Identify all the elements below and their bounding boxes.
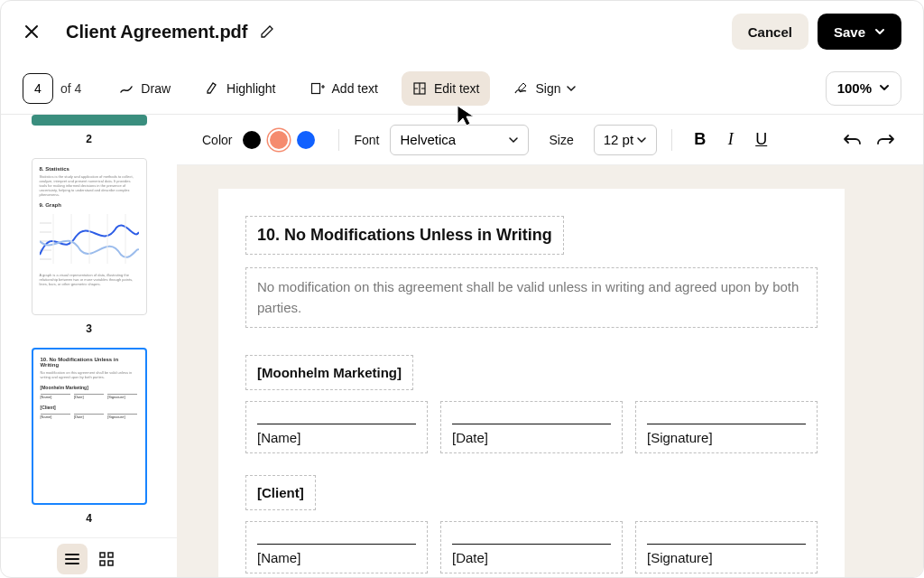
sign-icon — [513, 81, 528, 96]
cancel-button[interactable]: Cancel — [732, 14, 808, 50]
svg-rect-4 — [100, 561, 105, 565]
bold-button[interactable]: B — [687, 126, 714, 154]
highlight-icon — [205, 81, 219, 96]
thumbnail-label-2: 2 — [86, 133, 92, 145]
svg-rect-0 — [311, 83, 319, 93]
draw-icon — [119, 81, 134, 96]
font-label: Font — [354, 133, 379, 147]
svg-rect-5 — [108, 561, 113, 565]
size-label: Size — [549, 133, 573, 147]
text-box-party1[interactable]: [Moonhelm Marketing] — [245, 355, 413, 390]
thumbnail-page-2-partial[interactable] — [32, 115, 147, 126]
field-date[interactable]: [Date] — [440, 401, 623, 453]
save-button-label: Save — [834, 24, 865, 40]
sign-button[interactable]: Sign — [503, 71, 586, 106]
text-box-heading[interactable]: 10. No Modifications Unless in Writing — [245, 216, 564, 255]
chevron-down-icon — [508, 135, 519, 145]
current-page-input[interactable]: 4 — [23, 73, 53, 104]
thumbnail-page-4[interactable]: 10. No Modifications Unless in Writing N… — [32, 348, 147, 505]
field-signature[interactable]: [Signature] — [635, 521, 818, 573]
size-select[interactable]: 12 pt — [594, 125, 657, 155]
text-box-paragraph[interactable]: No modification on this agreement shall … — [245, 267, 818, 328]
thumbnail-label-4: 4 — [86, 512, 92, 525]
svg-rect-3 — [108, 553, 113, 557]
close-icon[interactable] — [23, 23, 41, 41]
chevron-down-icon — [636, 135, 647, 145]
field-name[interactable]: [Name] — [245, 401, 428, 453]
svg-rect-2 — [100, 553, 105, 557]
view-grid-button[interactable] — [91, 544, 122, 574]
color-swatch-orange[interactable] — [270, 131, 288, 149]
format-bar: Color Font Helvetica Size 12 pt B I U — [177, 115, 923, 165]
redo-button[interactable] — [873, 127, 898, 153]
field-signature[interactable]: [Signature] — [635, 401, 818, 453]
save-button[interactable]: Save — [818, 14, 901, 50]
italic-button[interactable]: I — [717, 126, 744, 154]
chevron-down-icon — [879, 80, 890, 96]
thumbnail-sidebar: 2 8. Statistics Statistics is the study … — [1, 115, 177, 578]
document-page: 10. No Modifications Unless in Writing N… — [218, 189, 845, 578]
text-box-party2[interactable]: [Client] — [245, 475, 316, 510]
chevron-down-icon — [874, 24, 885, 40]
undo-button[interactable] — [840, 127, 865, 153]
field-date[interactable]: [Date] — [440, 521, 623, 573]
thumbnail-chart-icon — [40, 214, 139, 268]
view-list-button[interactable] — [57, 544, 88, 574]
field-name[interactable]: [Name] — [245, 521, 428, 573]
color-label: Color — [202, 133, 232, 147]
draw-button[interactable]: Draw — [108, 71, 181, 106]
highlight-button[interactable]: Highlight — [194, 71, 286, 106]
thumbnail-label-3: 3 — [86, 322, 92, 335]
add-text-button[interactable]: Add text — [300, 71, 389, 106]
thumbnail-page-3[interactable]: 8. Statistics Statistics is the study an… — [32, 158, 147, 315]
color-swatch-blue[interactable] — [297, 131, 315, 149]
rename-icon[interactable] — [259, 23, 275, 40]
edit-text-icon — [412, 81, 427, 96]
font-select[interactable]: Helvetica — [390, 125, 529, 155]
add-text-icon — [310, 81, 325, 96]
page-count-label: of 4 — [60, 81, 81, 96]
zoom-select[interactable]: 100% — [826, 71, 901, 106]
color-swatch-black[interactable] — [243, 131, 261, 149]
edit-text-button[interactable]: Edit text — [402, 71, 491, 106]
chevron-down-icon — [567, 81, 576, 96]
document-title: Client Agreement.pdf — [66, 22, 248, 42]
underline-button[interactable]: U — [748, 126, 775, 154]
